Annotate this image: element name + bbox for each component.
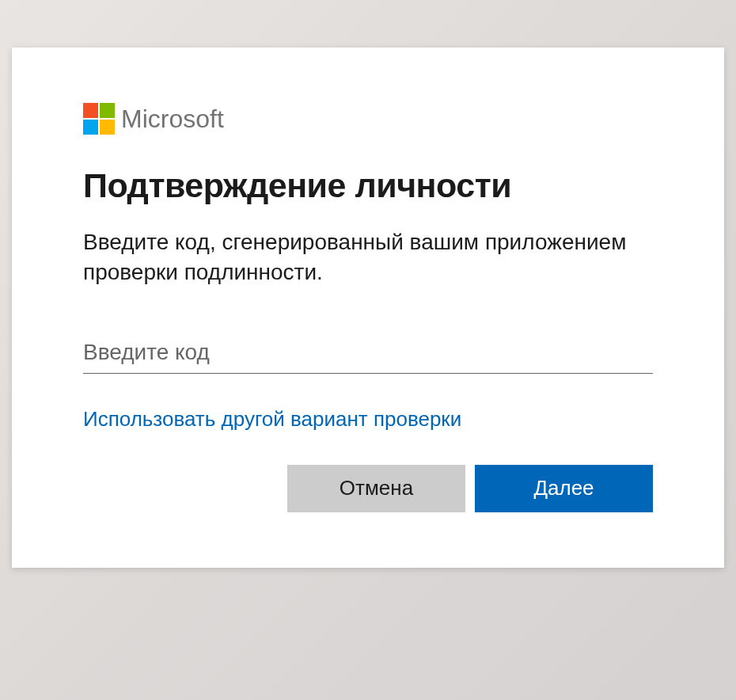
brand-name: Microsoft <box>121 105 224 134</box>
button-row: Отмена Далее <box>83 465 653 512</box>
next-button[interactable]: Далее <box>475 465 653 512</box>
dialog-title: Подтверждение личности <box>83 166 653 205</box>
alternative-verification-link[interactable]: Использовать другой вариант проверки <box>83 407 461 432</box>
dialog-description: Введите код, сгенерированный вашим прило… <box>83 227 653 287</box>
cancel-button[interactable]: Отмена <box>287 465 465 512</box>
microsoft-logo-icon <box>83 103 115 135</box>
code-input[interactable] <box>83 335 653 374</box>
verification-dialog: Microsoft Подтверждение личности Введите… <box>12 48 724 568</box>
brand-row: Microsoft <box>83 103 653 135</box>
